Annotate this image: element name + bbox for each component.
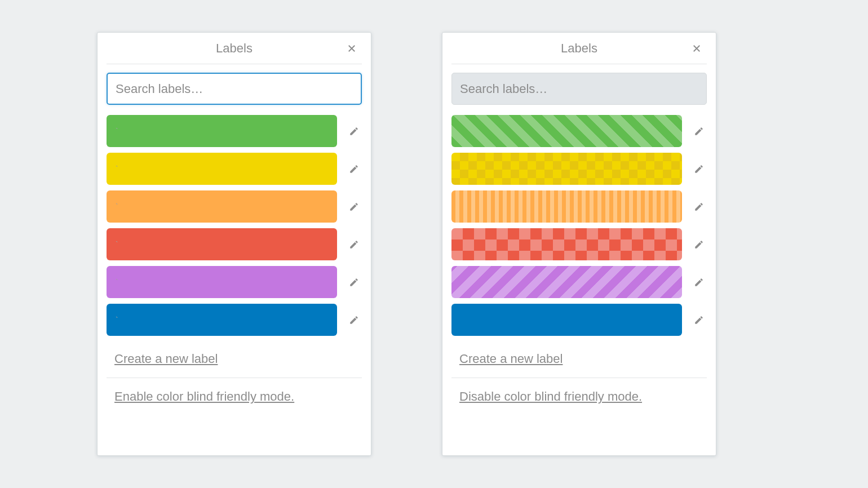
close-icon[interactable] — [344, 41, 360, 56]
label-swatch-blue[interactable] — [451, 304, 682, 336]
popover-title: Labels — [216, 42, 253, 55]
label-row-purple — [451, 266, 707, 298]
stray-apostrophe: ` — [116, 127, 118, 136]
popover-header: Labels — [451, 33, 707, 64]
label-swatch-purple[interactable] — [107, 266, 337, 298]
divider — [107, 378, 362, 378]
stray-apostrophe: ` — [116, 240, 118, 249]
stray-apostrophe: ` — [116, 316, 118, 325]
labels-popover-right: Labels — [442, 32, 716, 456]
label-row-yellow: ` — [107, 153, 362, 185]
label-row-green — [451, 115, 707, 147]
label-swatch-purple[interactable] — [451, 266, 682, 298]
label-list — [451, 115, 707, 336]
create-label-link[interactable]: Create a new label — [114, 351, 218, 367]
label-swatch-green[interactable] — [451, 115, 682, 147]
pencil-icon[interactable] — [346, 161, 362, 177]
label-swatch-yellow[interactable] — [451, 153, 682, 185]
pencil-icon[interactable] — [346, 237, 362, 252]
label-swatch-orange[interactable] — [451, 190, 682, 223]
create-label-section: Create a new label — [451, 351, 707, 367]
search-input[interactable] — [451, 73, 707, 105]
label-swatch-orange[interactable] — [107, 190, 337, 223]
popover-title: Labels — [561, 42, 597, 55]
pencil-icon[interactable] — [346, 199, 362, 215]
label-swatch-yellow[interactable] — [107, 153, 337, 185]
label-row-orange — [451, 190, 707, 223]
create-label-link[interactable]: Create a new label — [459, 351, 563, 367]
divider — [451, 378, 707, 378]
label-swatch-red[interactable] — [107, 228, 337, 260]
enable-colorblind-link[interactable]: Enable color blind friendly mode. — [114, 388, 294, 405]
pencil-icon[interactable] — [691, 312, 707, 328]
pencil-icon[interactable] — [346, 312, 362, 328]
pencil-icon[interactable] — [691, 161, 707, 177]
label-swatch-blue[interactable] — [107, 304, 337, 336]
label-row-orange: ` — [107, 190, 362, 223]
pencil-icon[interactable] — [691, 274, 707, 290]
label-row-blue — [451, 304, 707, 336]
label-swatch-green[interactable] — [107, 115, 337, 147]
pencil-icon[interactable] — [346, 274, 362, 290]
pencil-icon[interactable] — [691, 199, 707, 215]
label-row-purple: ` — [107, 266, 362, 298]
create-label-section: Create a new label — [107, 351, 362, 367]
pencil-icon[interactable] — [346, 123, 362, 139]
close-icon[interactable] — [689, 41, 705, 56]
label-row-yellow — [451, 153, 707, 185]
pencil-icon[interactable] — [691, 237, 707, 252]
stray-apostrophe: ` — [116, 202, 118, 211]
search-input[interactable] — [107, 73, 362, 105]
popover-header: Labels — [107, 33, 362, 64]
label-row-blue: ` — [107, 304, 362, 336]
disable-colorblind-link[interactable]: Disable color blind friendly mode. — [459, 388, 642, 405]
stray-apostrophe: ` — [116, 278, 118, 287]
label-row-green: ` — [107, 115, 362, 147]
colorblind-toggle-section: Enable color blind friendly mode. — [107, 388, 362, 405]
colorblind-toggle-section: Disable color blind friendly mode. — [451, 388, 707, 405]
label-swatch-red[interactable] — [451, 228, 682, 260]
labels-popover-left: Labels ` ` ` — [97, 32, 371, 456]
label-row-red — [451, 228, 707, 260]
label-list: ` ` ` ` ` — [107, 115, 362, 336]
stray-apostrophe: ` — [116, 165, 118, 174]
label-row-red: ` — [107, 228, 362, 260]
pencil-icon[interactable] — [691, 123, 707, 139]
